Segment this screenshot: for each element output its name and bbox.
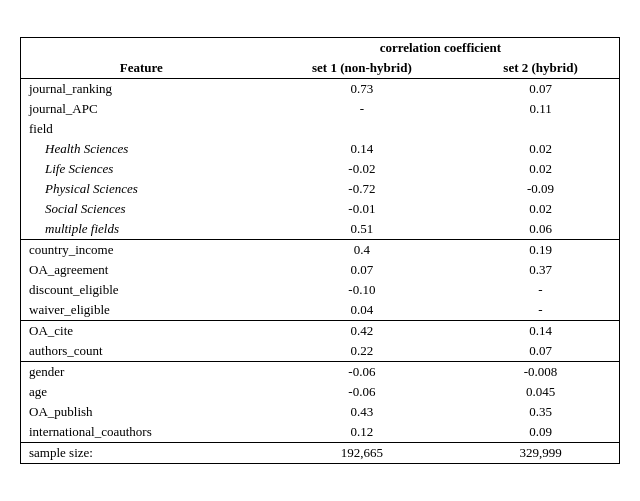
set2-cell: - <box>462 280 619 300</box>
sample-set2: 329,999 <box>462 443 619 464</box>
table-row: waiver_eligible0.04- <box>21 300 620 321</box>
set1-cell: 0.73 <box>262 79 462 100</box>
feature-cell: field <box>21 119 262 139</box>
feature-cell: authors_count <box>21 341 262 362</box>
set2-cell: 0.19 <box>462 240 619 261</box>
set2-cell: - <box>462 300 619 321</box>
set2-cell: 0.09 <box>462 422 619 443</box>
set2-cell: -0.008 <box>462 362 619 383</box>
feature-cell: age <box>21 382 262 402</box>
sample-set1: 192,665 <box>262 443 462 464</box>
sample-size-row: sample size: 192,665 329,999 <box>21 443 620 464</box>
feature-cell: Life Sciences <box>21 159 262 179</box>
set1-cell: 0.42 <box>262 321 462 342</box>
feature-cell: waiver_eligible <box>21 300 262 321</box>
set1-header: set 1 (non-hybrid) <box>262 58 462 79</box>
table-body: journal_ranking0.730.07journal_APC-0.11f… <box>21 79 620 443</box>
table-row: field <box>21 119 620 139</box>
set2-cell: 0.07 <box>462 79 619 100</box>
table-row: country_income0.40.19 <box>21 240 620 261</box>
set2-header: set 2 (hybrid) <box>462 58 619 79</box>
set1-cell: -0.02 <box>262 159 462 179</box>
empty-header <box>21 38 262 59</box>
correlation-table: correlation coefficient Feature set 1 (n… <box>20 37 620 464</box>
feature-cell: journal_ranking <box>21 79 262 100</box>
set1-cell: 0.04 <box>262 300 462 321</box>
feature-cell: Social Sciences <box>21 199 262 219</box>
set1-cell: -0.72 <box>262 179 462 199</box>
feature-header: Feature <box>21 58 262 79</box>
set2-cell <box>462 119 619 139</box>
feature-cell: OA_cite <box>21 321 262 342</box>
correlation-header: correlation coefficient <box>262 38 620 59</box>
table-row: age-0.060.045 <box>21 382 620 402</box>
set1-cell: 0.07 <box>262 260 462 280</box>
set2-cell: 0.02 <box>462 159 619 179</box>
set1-cell: -0.01 <box>262 199 462 219</box>
set2-cell: 0.045 <box>462 382 619 402</box>
sample-label: sample size: <box>21 443 262 464</box>
table-container: correlation coefficient Feature set 1 (n… <box>20 37 620 464</box>
set1-cell: 0.12 <box>262 422 462 443</box>
feature-cell: journal_APC <box>21 99 262 119</box>
table-row: OA_agreement0.070.37 <box>21 260 620 280</box>
table-row: journal_APC-0.11 <box>21 99 620 119</box>
set2-cell: 0.07 <box>462 341 619 362</box>
table-row: journal_ranking0.730.07 <box>21 79 620 100</box>
feature-cell: OA_publish <box>21 402 262 422</box>
table-row: discount_eligible-0.10- <box>21 280 620 300</box>
set1-cell: 0.4 <box>262 240 462 261</box>
feature-cell: gender <box>21 362 262 383</box>
table-row: multiple fields0.510.06 <box>21 219 620 240</box>
table-row: Life Sciences-0.020.02 <box>21 159 620 179</box>
set2-cell: 0.11 <box>462 99 619 119</box>
table-row: Health Sciences0.140.02 <box>21 139 620 159</box>
set2-cell: 0.35 <box>462 402 619 422</box>
set2-cell: 0.02 <box>462 139 619 159</box>
feature-cell: country_income <box>21 240 262 261</box>
table-row: Physical Sciences-0.72-0.09 <box>21 179 620 199</box>
set2-cell: 0.02 <box>462 199 619 219</box>
set1-cell: 0.51 <box>262 219 462 240</box>
table-row: OA_cite0.420.14 <box>21 321 620 342</box>
table-row: Social Sciences-0.010.02 <box>21 199 620 219</box>
table-row: OA_publish0.430.35 <box>21 402 620 422</box>
feature-cell: Physical Sciences <box>21 179 262 199</box>
set2-cell: 0.37 <box>462 260 619 280</box>
set1-cell <box>262 119 462 139</box>
table-row: international_coauthors0.120.09 <box>21 422 620 443</box>
header-top-row: correlation coefficient <box>21 38 620 59</box>
set2-cell: -0.09 <box>462 179 619 199</box>
feature-cell: international_coauthors <box>21 422 262 443</box>
set2-cell: 0.06 <box>462 219 619 240</box>
table-row: gender-0.06-0.008 <box>21 362 620 383</box>
set2-cell: 0.14 <box>462 321 619 342</box>
table-row: authors_count0.220.07 <box>21 341 620 362</box>
feature-cell: discount_eligible <box>21 280 262 300</box>
feature-cell: multiple fields <box>21 219 262 240</box>
feature-cell: Health Sciences <box>21 139 262 159</box>
header-bottom-row: Feature set 1 (non-hybrid) set 2 (hybrid… <box>21 58 620 79</box>
set1-cell: - <box>262 99 462 119</box>
set1-cell: 0.22 <box>262 341 462 362</box>
set1-cell: -0.10 <box>262 280 462 300</box>
feature-cell: OA_agreement <box>21 260 262 280</box>
set1-cell: -0.06 <box>262 362 462 383</box>
set1-cell: 0.43 <box>262 402 462 422</box>
set1-cell: 0.14 <box>262 139 462 159</box>
set1-cell: -0.06 <box>262 382 462 402</box>
